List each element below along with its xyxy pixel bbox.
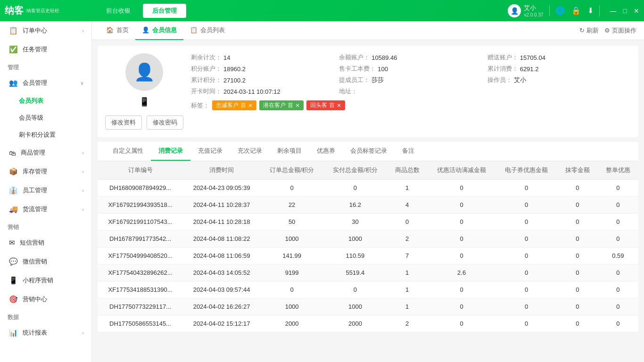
info-label: 余额账户：: [339, 53, 370, 62]
download-icon[interactable]: ⬇: [587, 6, 594, 15]
home-icon: 🏠: [106, 26, 114, 33]
table-cell: 1000: [323, 230, 387, 247]
tags-row: 标签： 忠诚客户 首 ✕ 潜在客户 首 ✕ 回头客: [191, 100, 631, 110]
table-cell: 0: [428, 197, 496, 214]
sub-tab-coupons[interactable]: 优惠券: [309, 142, 343, 161]
close-button[interactable]: ✕: [634, 7, 639, 15]
table-cell: 1: [387, 281, 428, 298]
tab-member-list[interactable]: 📋 会员列表: [183, 21, 231, 40]
table-cell: 50: [260, 214, 323, 230]
table-cell: 30: [323, 214, 387, 230]
tab-home-label: 首页: [116, 26, 129, 34]
table-cell: 0: [428, 315, 496, 332]
table-cell: 0: [557, 230, 598, 247]
refresh-button[interactable]: ↻ 刷新: [579, 26, 599, 35]
table-row[interactable]: DH17750773229117...2024-04-02 16:26:2710…: [98, 298, 638, 315]
sidebar-item-task-mgmt[interactable]: ✅ 任务管理: [0, 40, 91, 59]
member-card: 👤 📱 修改资料 修改密码 剩余计次： 14 余额账户： 10589.46: [98, 46, 638, 137]
sidebar-item-miniapp-marketing[interactable]: 📱 小程序营销: [0, 271, 91, 290]
table-cell: 0: [598, 180, 638, 197]
tag-loyal[interactable]: 忠诚客户 首 ✕: [212, 100, 256, 110]
sidebar-section-marketing: 营销: [0, 219, 91, 233]
tag-potential[interactable]: 潜在客户 首 ✕: [259, 100, 304, 110]
sidebar-item-member-mgmt[interactable]: 👥 会员管理 ∨: [0, 74, 91, 92]
table-cell: 1: [387, 180, 428, 197]
close-tag-icon[interactable]: ✕: [337, 102, 341, 109]
table-cell: XF177504999408520...: [98, 247, 183, 264]
nav-cashier[interactable]: 前台收银: [97, 4, 140, 18]
sub-tab-consume-record[interactable]: 消费记录: [151, 142, 190, 161]
table-cell: 0: [557, 264, 598, 281]
sidebar-item-sms-marketing[interactable]: ✉ 短信营销: [0, 233, 91, 252]
close-tag-icon[interactable]: ✕: [295, 102, 300, 109]
table-cell: 0: [557, 315, 598, 332]
sidebar-item-member-list[interactable]: 会员列表: [0, 92, 91, 109]
table-cell: 2000: [260, 315, 323, 332]
sidebar-item-wechat-marketing[interactable]: 💬 微信营销: [0, 252, 91, 271]
info-value: 艾小: [514, 76, 526, 84]
info-label: 操作员：: [487, 76, 512, 84]
edit-pwd-button[interactable]: 修改密码: [147, 115, 183, 130]
table-wrapper: 订单编号 消费时间 订单总金额/积分 实付总金额/积分 商品总数 优惠活动满减金…: [98, 161, 638, 332]
sidebar-item-stats-report[interactable]: 📊 统计报表 ›: [0, 323, 91, 342]
col-order-num: 订单编号: [98, 161, 183, 180]
sub-tab-recharge-record[interactable]: 充值记录: [190, 142, 230, 161]
table-cell: 16.2: [323, 197, 387, 214]
page-op-icon: ⚙: [604, 27, 610, 34]
tag-returning-label: 回头客: [310, 101, 327, 109]
table-row[interactable]: XF167921991107543...2024-04-11 10:28:185…: [98, 214, 638, 230]
page-op-button[interactable]: ⚙ 页面操作: [604, 26, 636, 35]
table-cell: 2: [387, 315, 428, 332]
table-cell: 0: [496, 281, 557, 298]
member-icon: 👥: [9, 79, 18, 87]
avatar: 👤: [508, 4, 521, 17]
global-icon[interactable]: 🌐: [555, 6, 565, 15]
nav-admin[interactable]: 后台管理: [143, 4, 186, 18]
table-cell: 22: [260, 197, 323, 214]
sub-tab-times-record[interactable]: 充次记录: [230, 142, 270, 161]
table-row[interactable]: XF167921994393518...2024-04-11 10:28:372…: [98, 197, 638, 214]
sidebar-item-goods-mgmt[interactable]: 🛍 商品管理 ›: [0, 143, 91, 162]
table-row[interactable]: DH17750586553145...2024-04-02 15:12:1720…: [98, 315, 638, 332]
member-level-label: 会员等级: [19, 114, 43, 121]
table-cell: 2024-04-11 10:28:18: [183, 214, 260, 230]
table-cell: 0: [387, 214, 428, 230]
sub-tab-member-tag-record[interactable]: 会员标签记录: [343, 142, 395, 161]
lock-icon[interactable]: 🔒: [571, 6, 581, 15]
tab-member-info[interactable]: 👤 会员信息: [135, 21, 183, 40]
tab-member-list-label: 会员列表: [200, 26, 225, 34]
edit-info-button[interactable]: 修改资料: [105, 115, 142, 130]
table-row[interactable]: DH16787991773542...2024-04-08 11:08:2210…: [98, 230, 638, 247]
sidebar-item-member-level[interactable]: 会员等级: [0, 109, 91, 126]
sub-tab-remaining-items[interactable]: 剩余项目: [270, 142, 309, 161]
sidebar-item-staff-mgmt[interactable]: 👔 员工管理 ›: [0, 181, 91, 200]
info-remaining-times: 剩余计次： 14: [191, 53, 334, 62]
sidebar-item-marketing-center[interactable]: 🎯 营销中心: [0, 290, 91, 309]
sidebar-item-card-points[interactable]: 刷卡积分设置: [0, 126, 91, 143]
sidebar-item-logistics-mgmt[interactable]: 🚚 货流管理 ›: [0, 200, 91, 219]
sub-tab-notes[interactable]: 备注: [395, 142, 422, 161]
table-cell: 2024-04-02 16:26:27: [183, 298, 260, 315]
info-card-time: 开卡时间： 2024-03-11 10:07:12: [191, 87, 334, 96]
table-row[interactable]: XF177504999408520...2024-04-08 11:06:591…: [98, 247, 638, 264]
user-name: 艾小: [524, 4, 543, 12]
sidebar-item-order-center[interactable]: 📋 订单中心 ›: [0, 21, 91, 40]
table-cell: 0: [598, 281, 638, 298]
tab-home[interactable]: 🏠 首页: [99, 21, 135, 40]
table-cell: 0: [598, 214, 638, 230]
maximize-button[interactable]: □: [623, 7, 627, 15]
info-operator: 操作员： 艾小: [487, 76, 631, 84]
table-row[interactable]: XF177534188531390...2024-04-03 09:57:440…: [98, 281, 638, 298]
sub-tab-custom-attr[interactable]: 自定义属性: [105, 142, 151, 161]
table-row[interactable]: DH16809087894929...2024-04-23 09:05:3900…: [98, 180, 638, 197]
table-cell: XF177540432896262...: [98, 264, 183, 281]
table-row[interactable]: XF177540432896262...2024-04-03 14:05:529…: [98, 264, 638, 281]
table-cell: 0: [496, 230, 557, 247]
close-tag-icon[interactable]: ✕: [248, 102, 253, 109]
member-list-label: 会员列表: [19, 97, 43, 104]
sidebar-label: 任务管理: [23, 45, 84, 54]
info-value: 18960.2: [223, 66, 246, 73]
minimize-button[interactable]: —: [610, 7, 617, 15]
tag-returning[interactable]: 回头客 首 ✕: [306, 100, 345, 110]
sidebar-item-inventory-mgmt[interactable]: 📦 库存管理 ›: [0, 162, 91, 181]
